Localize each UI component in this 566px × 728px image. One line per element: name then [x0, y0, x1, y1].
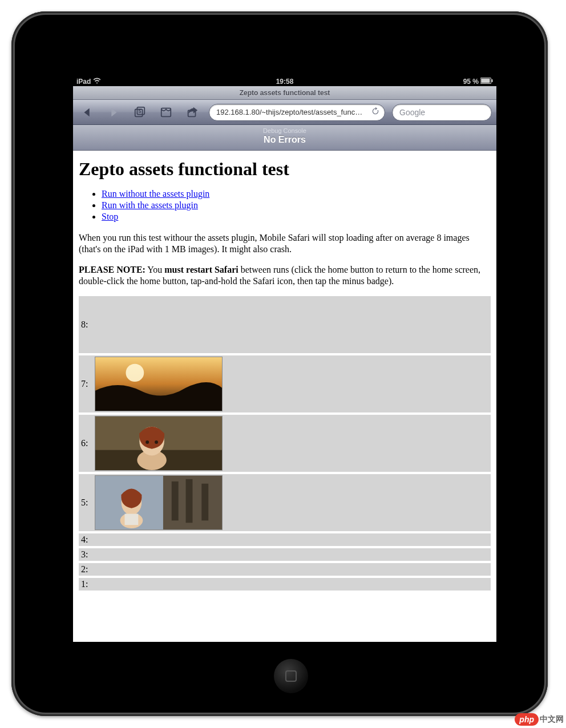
page-title-bar: Zepto assets functional test: [73, 86, 496, 100]
web-content[interactable]: Zepto assets functional test Run without…: [73, 151, 496, 598]
note-bold: must restart Safari: [164, 265, 238, 274]
pages-count: 5: [130, 108, 149, 114]
svg-rect-18: [201, 484, 208, 521]
link-run-without-plugin[interactable]: Run without the assets plugin: [102, 189, 209, 199]
reload-icon[interactable]: [371, 107, 380, 118]
debug-console-status: No Errors: [73, 135, 496, 145]
link-stop[interactable]: Stop: [102, 212, 118, 221]
image-row: 5:: [79, 474, 491, 531]
image-row: 8:: [79, 296, 491, 353]
row-label: 7:: [81, 379, 91, 389]
url-field[interactable]: 192.168.1.80/~thijs/zepto/test/assets_fu…: [209, 104, 385, 121]
browser-toolbar: 5 192.168.1.80/~thijs/zepto/test/assets_…: [73, 100, 496, 125]
status-bar: iPad 19:58 95 %: [73, 77, 496, 86]
ipad-screen: iPad 19:58 95 % Zepto assets functional …: [73, 77, 496, 642]
back-button[interactable]: [78, 103, 97, 122]
image-row: 4:: [79, 533, 491, 546]
clock: 19:58: [73, 78, 496, 86]
svg-point-12: [145, 440, 149, 444]
debug-console[interactable]: Debug Console No Errors: [73, 125, 496, 151]
link-run-with-plugin[interactable]: Run with the assets plugin: [102, 200, 198, 210]
share-button[interactable]: [183, 103, 202, 122]
row-label: 2:: [81, 564, 91, 575]
home-button[interactable]: [274, 659, 308, 693]
watermark-pill: php: [515, 713, 539, 726]
watermark-text: 中文网: [540, 714, 564, 725]
thumbnail-image: [95, 416, 223, 471]
ipad-bezel: iPad 19:58 95 % Zepto assets functional …: [11, 11, 548, 716]
image-row: 2:: [79, 563, 491, 576]
thumbnail-placeholder: [95, 297, 223, 352]
row-label: 8:: [81, 319, 91, 330]
thumbnail-image: [95, 357, 223, 411]
row-label: 5:: [81, 498, 91, 508]
row-label: 6:: [81, 438, 91, 448]
row-label: 3:: [81, 549, 91, 560]
search-field[interactable]: Google: [392, 104, 492, 121]
pages-button[interactable]: 5: [130, 103, 149, 122]
image-row: 6:: [79, 415, 491, 472]
description-paragraph: When you run this test withour the asset…: [79, 232, 491, 255]
note-label: PLEASE NOTE:: [79, 265, 145, 274]
search-placeholder: Google: [399, 108, 425, 117]
svg-point-13: [155, 440, 158, 444]
image-row: 7:: [79, 355, 491, 412]
svg-rect-21: [125, 514, 139, 525]
svg-rect-16: [172, 482, 179, 521]
image-rows: 8:7:6:5:4:3:2:1:: [79, 296, 491, 591]
image-row: 1:: [79, 578, 491, 591]
watermark: php 中文网: [515, 713, 564, 726]
url-text: 192.168.1.80/~thijs/zepto/test/assets_fu…: [216, 108, 371, 116]
note-paragraph: PLEASE NOTE: You must restart Safari bet…: [79, 264, 491, 287]
home-button-glyph: [285, 670, 297, 682]
action-links: Run without the assets plugin Run with t…: [102, 189, 491, 222]
row-label: 1:: [81, 579, 91, 589]
svg-point-7: [126, 364, 144, 382]
thumbnail-image: [95, 475, 223, 530]
row-label: 4:: [81, 535, 91, 545]
bookmarks-button[interactable]: [156, 103, 176, 122]
debug-console-label: Debug Console: [73, 127, 496, 134]
image-row: 3:: [79, 548, 491, 561]
page-heading: Zepto assets functional test: [79, 159, 491, 180]
svg-rect-17: [186, 479, 193, 523]
forward-button[interactable]: [104, 103, 123, 122]
